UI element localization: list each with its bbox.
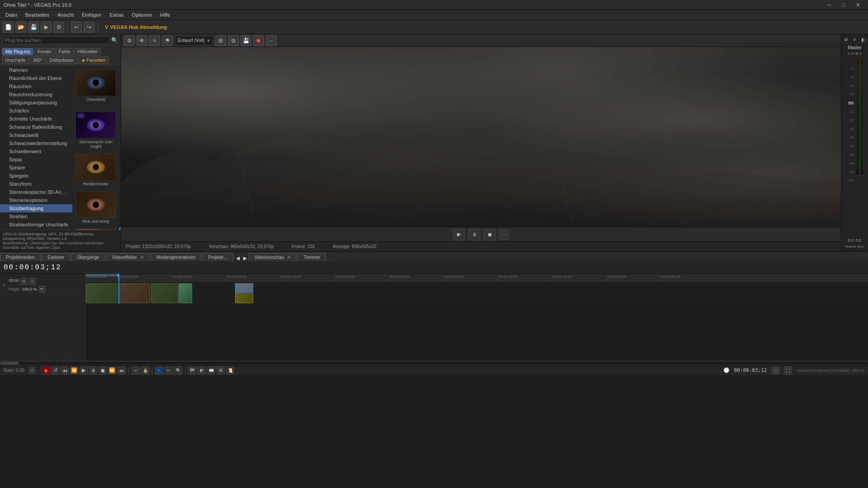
tab-favoriten[interactable]: ★ Favoriten [78, 56, 108, 64]
undo-button[interactable]: ↩ [71, 22, 82, 33]
tab-all-plugins[interactable]: Alle Plug-ins [2, 48, 33, 56]
clip-block-1[interactable] [86, 283, 118, 303]
menu-hilfe[interactable]: Hilfe [156, 11, 174, 19]
render-button[interactable]: ▶ [41, 22, 52, 33]
open-button[interactable]: 📂 [15, 22, 26, 33]
thumb-rickmorty[interactable]: Rick und Morty [74, 190, 118, 225]
timeline-scrollbar[interactable] [0, 361, 868, 365]
tab-explorer[interactable]: Explorer [42, 253, 70, 261]
preview-more-button[interactable]: ··· [266, 35, 277, 46]
thumb-standard[interactable]: (Standard) [74, 68, 118, 108]
tab-nav-prev[interactable]: ◀ [236, 255, 240, 261]
new-button[interactable]: 📄 [3, 22, 14, 33]
settings-button[interactable]: ⚙ [53, 22, 64, 33]
go-start-button[interactable]: ⏮ [61, 366, 69, 375]
loop-button[interactable]: ↺ [51, 366, 59, 375]
preview-record-button[interactable]: ⏺ [253, 35, 264, 46]
clip-block-3[interactable] [151, 283, 178, 303]
tab-nav-next[interactable]: ▶ [243, 255, 247, 261]
plugin-stanzform[interactable]: Stanzform [0, 180, 72, 188]
track-solo-button[interactable]: S [28, 278, 36, 285]
plugin-saettigung[interactable]: Sättigungsanpassung [0, 99, 72, 107]
tab-uebergaenge[interactable]: Übergänge [71, 253, 105, 261]
preview-settings-button[interactable]: ⚙ [124, 35, 135, 46]
plugin-schwarzwiederherstellung[interactable]: Schwarzwiederherstellung [0, 139, 72, 147]
right-panel-icon2[interactable]: ≡ [854, 37, 856, 42]
preview-view-button[interactable]: 👁 [137, 35, 147, 46]
region-button[interactable]: ◩ [198, 366, 206, 375]
fullscreen-button[interactable]: ⛶ [784, 366, 792, 375]
clip-block-4[interactable] [179, 283, 192, 303]
plugin-schwarzweiss[interactable]: Schwarzweiß [0, 131, 72, 139]
rate-icon[interactable]: ⊡ [29, 367, 35, 374]
tab-trimmer[interactable]: Trimmer [297, 253, 326, 261]
plugin-schnelle-unschaerfe[interactable]: Schnelle Unschärfe [0, 115, 72, 123]
thumb-pandorica[interactable]: Die Pandorica öffnet sich (van Gogh) [119, 110, 121, 151]
menu-bearbeiten[interactable]: Bearbeiten [22, 11, 53, 19]
tab-videoeffekte-close[interactable]: ✕ [140, 255, 144, 260]
timecode-button[interactable]: ⬛ [771, 366, 779, 375]
preview-mode-selector[interactable]: Entwurf (Voll) ▼ [175, 36, 213, 46]
plugin-sepia[interactable]: Sepia [0, 155, 72, 164]
pause-button[interactable]: ⏸ [468, 229, 480, 240]
close-button[interactable]: ✕ [852, 1, 864, 9]
minimize-button[interactable]: ─ [823, 1, 835, 9]
step-back-button[interactable]: ⏪ [70, 366, 78, 375]
tab-drittanbieter[interactable]: Drittanbieter [46, 56, 77, 64]
plugin-sternenexplosion[interactable]: Sternenexplosion [0, 196, 72, 204]
clip-block-2[interactable] [118, 283, 150, 303]
track-mute-button[interactable]: M [20, 278, 27, 285]
preview-copy-button[interactable]: ⧉ [228, 35, 239, 46]
tab-farbe[interactable]: Farbe [56, 48, 74, 56]
preview-flag-button[interactable]: ⚑ [162, 35, 173, 46]
tab-hilfsmittel[interactable]: Hilfsmittel [75, 48, 100, 56]
plugin-schwarze-balken[interactable]: Schwarze Balkenfüllung [0, 123, 72, 131]
plugin-strahlen-unschaerfe[interactable]: Strahlenförmige Unschärfe [0, 221, 72, 229]
tab-videoeffekte[interactable]: Videoeffekte ✕ [106, 253, 150, 261]
plugin-stereo3d[interactable]: Stereoskopische 3D-Anpassung [0, 188, 72, 196]
snap-button[interactable]: 🔒 [141, 366, 149, 375]
tab-unschaerfe[interactable]: Unschärfe [2, 56, 29, 64]
tab-projektmedien[interactable]: Projektmedien [0, 253, 41, 261]
plugin-schwellenwert[interactable]: Schwellenwert [0, 147, 72, 155]
plugin-spiegeln[interactable]: Spiegeln [0, 172, 72, 180]
track-lane-1[interactable] [86, 282, 868, 305]
marker-button[interactable]: 🏁 [188, 366, 196, 375]
tab-videovorschau[interactable]: Videovorschau ✕ [249, 253, 297, 261]
plugin-rauschreduzierung[interactable]: Rauschreduzierung [0, 90, 72, 99]
step-fwd-button[interactable]: ⏩ [108, 366, 116, 375]
menu-ansicht[interactable]: Ansicht [54, 11, 77, 19]
command-button[interactable]: ⌘ [217, 366, 225, 375]
tab-projektr[interactable]: Projektr... [202, 253, 233, 261]
scrollbar-thumb[interactable] [0, 362, 19, 365]
preview-grid-button[interactable]: ⊞ [215, 35, 226, 46]
script-button[interactable]: 📜 [226, 366, 234, 375]
go-end-button[interactable]: ⏭ [118, 366, 126, 375]
plugin-rauschen[interactable]: Rauschen [0, 82, 72, 90]
pause-transport-button[interactable]: ⏸ [89, 366, 97, 375]
thumb-star[interactable]: Sternennacht (van Gogh) [74, 110, 118, 151]
record-button[interactable]: ⏺ [42, 366, 50, 375]
plugin-sphaere[interactable]: Sphäre [0, 164, 72, 172]
plugin-raeumlichkeit[interactable]: Räumlichkeit der Ebene [0, 74, 72, 82]
menu-extras[interactable]: Extras [106, 11, 127, 19]
menu-optionen[interactable]: Optionen [128, 11, 156, 19]
save-button[interactable]: 💾 [28, 22, 39, 33]
plugin-rahmen[interactable]: Rahmen [0, 66, 72, 74]
trim-tool[interactable]: ✂ [165, 366, 173, 375]
plugin-stuebertragung[interactable]: Stüübertragung [0, 204, 72, 212]
stop-transport-button[interactable]: ⏹ [99, 366, 107, 375]
preview-fx-button[interactable]: fx [149, 35, 160, 46]
stop-button[interactable]: ⏹ [484, 229, 495, 240]
thumb-pointillism[interactable]: Pointillismus [74, 227, 118, 230]
menu-einfuegen[interactable]: Einfügen [78, 11, 105, 19]
menu-datei[interactable]: Datei [2, 11, 21, 19]
zoom-button[interactable]: 🔍 [174, 366, 182, 375]
thumb-selfportrait[interactable]: Selbstporträt (Picasso) [119, 68, 121, 108]
select-tool[interactable]: ↖ [155, 366, 163, 375]
pegel-expand-button[interactable]: ⇔ [39, 286, 45, 292]
right-panel-icon1[interactable]: ⚙ [844, 37, 848, 42]
tab-mediengeneratoren[interactable]: Mediengeneratoren [151, 253, 202, 261]
thumb-candy[interactable]: Candy [119, 190, 121, 225]
plugin-strahlen[interactable]: Strahlen [0, 212, 72, 221]
